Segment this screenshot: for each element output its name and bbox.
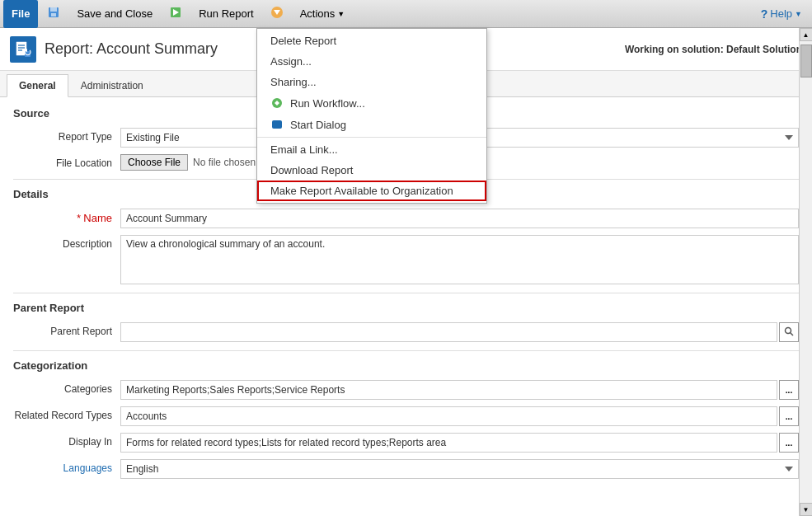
display-in-more-button[interactable]: ... xyxy=(779,433,799,453)
svg-rect-16 xyxy=(272,120,282,129)
no-file-text: No file chosen xyxy=(193,157,256,168)
parent-report-search-button[interactable] xyxy=(779,322,799,342)
actions-dropdown-menu: Delete Report Assign... Sharing... Run W… xyxy=(256,28,487,204)
languages-select[interactable]: English xyxy=(120,459,799,479)
categories-label: Categories xyxy=(13,380,120,395)
parent-report-label: Parent Report xyxy=(13,322,120,337)
run-report-icon-btn[interactable] xyxy=(162,2,190,25)
languages-label: Languages xyxy=(13,459,120,474)
run-report-label: Run Report xyxy=(199,7,253,20)
ellipsis-icon-3: ... xyxy=(786,439,792,448)
scroll-thumb[interactable] xyxy=(800,45,812,77)
categories-input[interactable] xyxy=(120,380,777,400)
menu-item-make-available[interactable]: Make Report Available to Organization xyxy=(257,181,486,201)
menu-item-delete-report[interactable]: Delete Report xyxy=(257,30,486,51)
scroll-down-button[interactable]: ▼ xyxy=(800,503,813,516)
parent-report-row: Parent Report xyxy=(13,322,799,342)
page-icon: ↻ xyxy=(10,36,36,63)
run-report-icon xyxy=(169,6,182,21)
actions-chevron-icon: ▼ xyxy=(337,10,345,18)
report-icon: ↻ xyxy=(13,40,33,59)
sharing-label: Sharing... xyxy=(270,76,317,88)
ellipsis-icon: ... xyxy=(786,386,792,395)
menu-item-sharing[interactable]: Sharing... xyxy=(257,72,486,92)
name-row: Name xyxy=(13,209,799,228)
delete-report-label: Delete Report xyxy=(270,35,336,47)
scroll-up-button[interactable]: ▲ xyxy=(800,28,813,41)
categories-more-button[interactable]: ... xyxy=(779,380,799,400)
start-dialog-label: Start Dialog xyxy=(290,119,346,131)
menu-item-start-dialog[interactable]: Start Dialog xyxy=(257,114,486,135)
run-report-button[interactable]: Run Report xyxy=(191,4,260,23)
search-icon xyxy=(784,326,794,339)
related-record-input[interactable] xyxy=(120,406,777,426)
assign-label: Assign... xyxy=(270,55,312,68)
menu-item-email-link[interactable]: Email a Link... xyxy=(257,139,486,160)
actions-icon-btn[interactable] xyxy=(263,2,291,25)
help-chevron-icon: ▼ xyxy=(795,10,802,18)
related-record-row: Related Record Types ... xyxy=(13,406,799,426)
categorization-section-title: Categorization xyxy=(13,359,799,373)
display-in-label: Display In xyxy=(13,433,120,448)
help-label: Help xyxy=(770,7,792,20)
parent-report-divider xyxy=(13,350,799,351)
toolbar: File Save and Close Run Report Actions ▼… xyxy=(0,0,812,28)
make-available-label: Make Report Available to Organization xyxy=(270,185,453,197)
email-link-label: Email a Link... xyxy=(270,143,338,156)
description-textarea[interactable]: View a chronological summary of an accou… xyxy=(120,235,799,284)
parent-report-section-title: Parent Report xyxy=(13,302,799,316)
svg-rect-2 xyxy=(51,13,56,16)
actions-label: Actions xyxy=(300,7,336,20)
description-label: Description xyxy=(13,235,120,250)
languages-row: Languages English xyxy=(13,459,799,479)
help-icon: ? xyxy=(761,7,768,21)
dialog-icon xyxy=(270,118,284,131)
related-record-more-button[interactable]: ... xyxy=(779,406,799,426)
menu-divider-1 xyxy=(257,137,486,138)
choose-file-button[interactable]: Choose File xyxy=(120,154,188,171)
svg-rect-1 xyxy=(50,7,57,12)
categories-row: Categories ... xyxy=(13,380,799,400)
solution-label: Working on solution: Default Solution xyxy=(625,44,802,55)
tab-general[interactable]: General xyxy=(7,74,68,97)
save-close-button[interactable]: Save and Close xyxy=(69,4,160,23)
menu-item-assign[interactable]: Assign... xyxy=(257,51,486,72)
ellipsis-icon-2: ... xyxy=(786,412,792,421)
save-button-icon[interactable] xyxy=(40,2,68,25)
page-title: Report: Account Summary xyxy=(45,40,218,58)
file-button[interactable]: File xyxy=(3,0,38,28)
svg-text:↻: ↻ xyxy=(23,46,32,59)
menu-item-run-workflow[interactable]: Run Workflow... xyxy=(257,92,486,114)
save-disk-icon xyxy=(47,6,60,21)
save-close-label: Save and Close xyxy=(77,7,153,20)
name-label: Name xyxy=(13,209,120,224)
display-in-input[interactable] xyxy=(120,433,777,453)
help-button[interactable]: ? Help ▼ xyxy=(754,5,809,23)
workflow-icon xyxy=(270,96,284,110)
description-row: Description View a chronological summary… xyxy=(13,235,799,284)
display-in-row: Display In ... xyxy=(13,433,799,453)
actions-icon xyxy=(270,6,284,21)
svg-line-14 xyxy=(791,332,794,335)
details-divider xyxy=(13,293,799,293)
file-location-label: File Location xyxy=(13,154,120,169)
run-workflow-label: Run Workflow... xyxy=(290,97,365,110)
menu-item-download-report[interactable]: Download Report xyxy=(257,160,486,181)
actions-button[interactable]: Actions ▼ xyxy=(293,4,353,23)
download-report-label: Download Report xyxy=(270,164,353,176)
related-record-label: Related Record Types xyxy=(13,406,120,421)
svg-point-13 xyxy=(786,327,791,333)
report-type-label: Report Type xyxy=(13,128,120,143)
tab-administration[interactable]: Administration xyxy=(68,74,156,96)
parent-report-input[interactable] xyxy=(120,322,777,342)
name-input[interactable] xyxy=(120,209,799,228)
vertical-scrollbar: ▲ ▼ xyxy=(799,28,812,516)
